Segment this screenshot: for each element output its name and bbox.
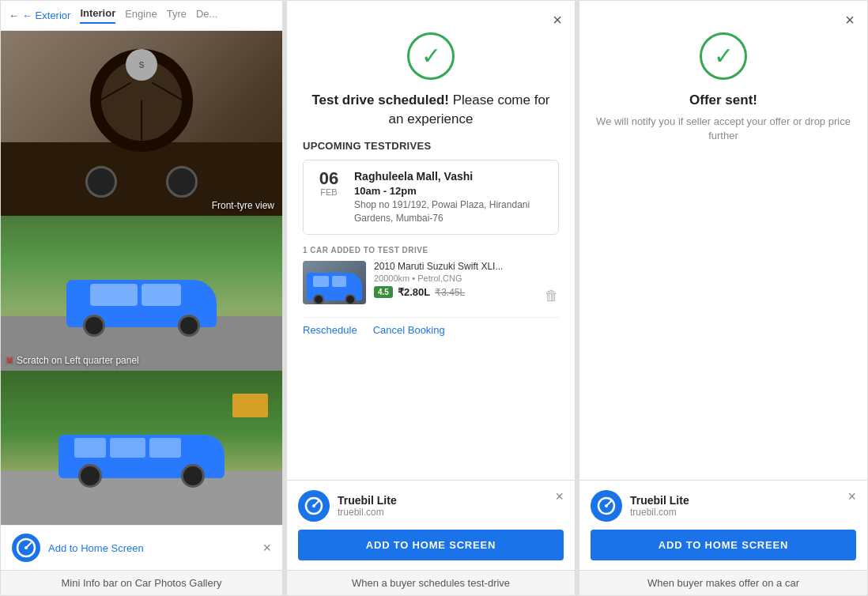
- car-thumbnail: [303, 261, 366, 304]
- truebil-icon: [304, 496, 324, 516]
- car-item: 2010 Maruti Suzuki Swift XLI... 20000km …: [303, 261, 559, 311]
- back-arrow-icon: ←: [9, 9, 19, 21]
- testdrive-address: Shop no 191/192, Powai Plaza, Hirandani …: [354, 198, 549, 225]
- date-box: 06 FEB: [313, 170, 345, 225]
- reschedule-link[interactable]: Reschedule: [303, 324, 357, 336]
- venue-name: Raghuleela Mall, Vashi: [354, 170, 549, 183]
- svg-point-3: [312, 504, 315, 507]
- offer-modal-close-btn[interactable]: ×: [845, 12, 855, 28]
- blue-side-image: [1, 371, 282, 525]
- add-home-brand: Truebil Lite truebil.com: [298, 490, 564, 522]
- tyre-tab[interactable]: Tyre: [167, 8, 187, 23]
- success-icon-wrapper: ✓: [303, 32, 559, 80]
- offer-brand-info: Truebil Lite truebil.com: [630, 494, 689, 518]
- test-drive-modal: × ✓ Test drive scheduled! Please come fo…: [287, 1, 575, 480]
- offer-success-icon: ✓: [700, 32, 747, 80]
- add-to-home-screen-btn[interactable]: ADD TO HOME SCREEN: [298, 530, 564, 560]
- car-details: 2010 Maruti Suzuki Swift XLI... 20000km …: [374, 261, 537, 298]
- success-icon: ✓: [407, 32, 455, 80]
- offer-checkmark-icon: ✓: [714, 44, 734, 68]
- panel3-caption: When buyer makes offer on a car: [579, 570, 867, 595]
- panel-car-gallery: ← ← Exterior Interior Engine Tyre De... …: [0, 0, 283, 596]
- interior-tab[interactable]: Interior: [80, 7, 115, 24]
- add-to-home-bar[interactable]: Add to Home Screen ×: [1, 525, 282, 570]
- offer-add-home-bottom-bar: × Truebil Lite truebil.com ADD TO HOME S…: [579, 480, 867, 570]
- offer-add-home-brand: Truebil Lite truebil.com: [591, 490, 856, 522]
- testdrive-info: Raghuleela Mall, Vashi 10am - 12pm Shop …: [354, 170, 549, 225]
- testdrive-card: 06 FEB Raghuleela Mall, Vashi 10am - 12p…: [303, 160, 559, 236]
- date-number: 06: [319, 170, 338, 187]
- rating-badge: 4.5: [374, 286, 393, 298]
- offer-modal-subtitle: We will notify you if seller accept your…: [595, 115, 851, 143]
- panel1-caption: Mini Info bar on Car Photos Gallery: [1, 570, 282, 595]
- offer-success-icon-wrapper: ✓: [595, 32, 851, 80]
- panel-offer-sent: × ✓ Offer sent! We will notify you if se…: [579, 0, 868, 596]
- scratch-label: ✕ Scratch on Left quarter panel: [6, 355, 139, 366]
- svg-point-1: [25, 546, 28, 549]
- panel-test-drive: × ✓ Test drive scheduled! Please come fo…: [286, 0, 576, 596]
- car-price-row: 4.5 ₹2.80L ₹3.45L: [374, 286, 537, 298]
- car-meta: 20000km • Petrol,CNG: [374, 273, 537, 283]
- add-home-bottom-bar: × Truebil Lite truebil.com ADD TO HOME S…: [287, 480, 575, 570]
- truebil-gauge-icon: [15, 537, 37, 559]
- engine-tab[interactable]: Engine: [125, 8, 157, 23]
- modal-close-btn[interactable]: ×: [553, 12, 562, 28]
- offer-modal: × ✓ Offer sent! We will notify you if se…: [579, 1, 867, 480]
- brand-icon: [298, 490, 330, 522]
- exterior-tab[interactable]: ← Exterior: [22, 9, 70, 21]
- testdrive-time: 10am - 12pm: [354, 184, 549, 198]
- title-bold: Test drive scheduled!: [311, 92, 449, 108]
- offer-brand-name: Truebil Lite: [630, 494, 689, 507]
- brand-info: Truebil Lite truebil.com: [338, 494, 397, 518]
- svg-point-5: [605, 504, 608, 507]
- checkmark-icon: ✓: [421, 44, 441, 68]
- add-home-text[interactable]: Add to Home Screen: [48, 542, 255, 554]
- price-old: ₹3.45L: [435, 287, 465, 298]
- offer-modal-title: Offer sent!: [595, 91, 851, 110]
- offer-truebil-icon: [596, 496, 617, 516]
- offer-add-home-close[interactable]: ×: [847, 488, 856, 505]
- add-home-close-btn[interactable]: ×: [262, 540, 271, 556]
- nav-tabs: ← ← Exterior Interior Engine Tyre De...: [1, 1, 282, 31]
- add-home-bottom-close[interactable]: ×: [555, 488, 564, 505]
- panel2-caption: When a buyer schedules test-drive: [287, 570, 575, 595]
- offer-brand-icon: [591, 490, 622, 522]
- action-links: Reschedule Cancel Booking: [303, 317, 559, 336]
- brand-url: truebil.com: [338, 507, 397, 518]
- offer-brand-url: truebil.com: [630, 507, 689, 518]
- price-current: ₹2.80L: [398, 286, 430, 298]
- cancel-booking-link[interactable]: Cancel Booking: [373, 324, 445, 336]
- car-added-label: 1 CAR ADDED TO TEST DRIVE: [303, 246, 559, 255]
- more-tab[interactable]: De...: [196, 8, 217, 23]
- add-home-icon: [12, 534, 40, 562]
- blue-front-image: ✕ Scratch on Left quarter panel: [1, 216, 282, 370]
- delete-car-btn[interactable]: 🗑: [545, 288, 559, 304]
- car-name: 2010 Maruti Suzuki Swift XLI...: [374, 261, 537, 272]
- interior-image: S Front-tyre view: [1, 31, 282, 216]
- car-gallery: S Front-tyre view: [1, 31, 282, 525]
- modal-title: Test drive scheduled! Please come for an…: [303, 91, 559, 129]
- back-button[interactable]: ← ← Exterior: [9, 9, 70, 21]
- brand-name: Truebil Lite: [338, 494, 397, 507]
- date-month: FEB: [320, 187, 337, 197]
- image-label-1: Front-tyre view: [212, 200, 274, 211]
- section-title: Upcoming Testdrives: [303, 140, 559, 152]
- offer-add-to-home-screen-btn[interactable]: ADD TO HOME SCREEN: [591, 530, 856, 560]
